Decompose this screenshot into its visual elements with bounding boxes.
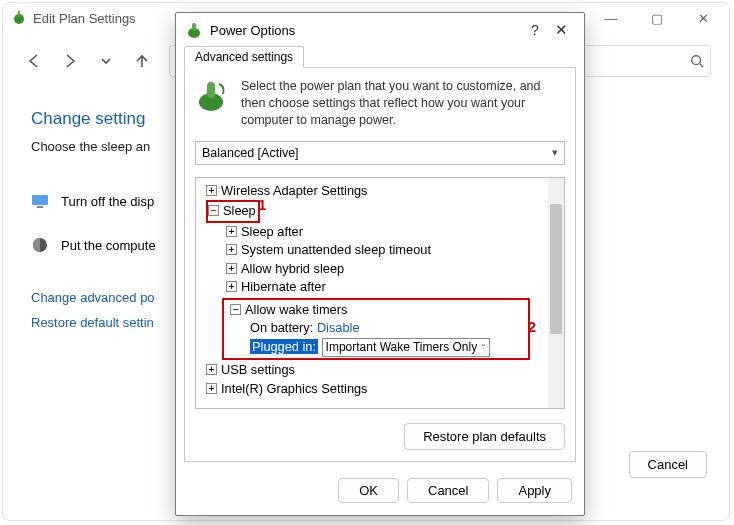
up-button[interactable]	[129, 48, 155, 74]
svg-rect-9	[192, 23, 196, 31]
expand-icon[interactable]: +	[226, 244, 237, 255]
wake-timers-plugged-in[interactable]: Plugged in: Important Wake Timers Only˅	[226, 338, 526, 357]
wake-timers-on-battery[interactable]: On battery: Disable	[226, 319, 526, 338]
annotation-1: 1	[258, 196, 266, 213]
expand-icon[interactable]: +	[206, 383, 217, 394]
sleep-icon	[31, 236, 49, 254]
dialog-titlebar: Power Options ? ✕	[176, 13, 584, 47]
tree-hybrid-sleep[interactable]: +Allow hybrid sleep	[200, 260, 560, 279]
tree-usb-settings[interactable]: +USB settings	[200, 361, 560, 380]
turn-off-display-label: Turn off the disp	[61, 194, 154, 209]
back-button[interactable]	[21, 48, 47, 74]
chevron-down-icon: ▾	[552, 146, 558, 159]
dialog-close-button[interactable]: ✕	[548, 21, 574, 39]
collapse-icon[interactable]: −	[230, 304, 241, 315]
search-icon[interactable]	[690, 54, 704, 68]
parent-window-controls: — ▢ ✕	[597, 11, 717, 26]
expand-icon[interactable]: +	[206, 185, 217, 196]
tab-strip: Advanced settings	[176, 45, 584, 67]
tree-wireless[interactable]: +Wireless Adapter Settings	[200, 182, 560, 201]
forward-button[interactable]	[57, 48, 83, 74]
restore-plan-defaults-button[interactable]: Restore plan defaults	[404, 423, 565, 450]
dialog-title: Power Options	[210, 23, 295, 38]
intro-text: Select the power plan that you want to c…	[241, 78, 565, 129]
on-battery-value[interactable]: Disable	[317, 320, 360, 335]
display-icon	[31, 192, 49, 210]
svg-rect-5	[32, 195, 48, 205]
ok-button[interactable]: OK	[338, 478, 399, 503]
plugged-in-value-combo[interactable]: Important Wake Timers Only˅	[322, 338, 491, 357]
dialog-footer: OK Cancel Apply	[176, 470, 584, 515]
tab-advanced-settings[interactable]: Advanced settings	[184, 46, 304, 68]
help-button[interactable]: ?	[522, 22, 548, 38]
chevron-down-icon: ˅	[477, 343, 486, 353]
expand-icon[interactable]: +	[226, 263, 237, 274]
parent-title: Edit Plan Settings	[33, 11, 136, 26]
tree-intel-graphics[interactable]: +Intel(R) Graphics Settings	[200, 380, 560, 399]
intro-row: Select the power plan that you want to c…	[195, 78, 565, 129]
battery-icon	[186, 21, 204, 39]
svg-rect-1	[18, 11, 20, 17]
dialog-cancel-button[interactable]: Cancel	[407, 478, 489, 503]
expand-icon[interactable]: +	[226, 226, 237, 237]
tree-sleep-after[interactable]: +Sleep after	[200, 223, 560, 242]
battery-leaf-icon	[195, 78, 231, 129]
collapse-icon[interactable]: −	[208, 205, 219, 216]
minimize-button[interactable]: —	[597, 11, 625, 26]
tree-unattended-sleep[interactable]: +System unattended sleep timeout	[200, 241, 560, 260]
expand-icon[interactable]: +	[206, 364, 217, 375]
annotation-2: 2	[528, 318, 536, 335]
tab-body: Select the power plan that you want to c…	[184, 67, 576, 462]
svg-rect-6	[37, 206, 43, 208]
power-plan-icon	[11, 10, 27, 26]
expand-icon[interactable]: +	[226, 281, 237, 292]
apply-button[interactable]: Apply	[497, 478, 572, 503]
settings-tree[interactable]: +Wireless Adapter Settings −Sleep +Sleep…	[195, 177, 565, 409]
power-plan-selected: Balanced [Active]	[202, 146, 299, 160]
plugged-in-label: Plugged in:	[250, 339, 318, 354]
tree-scrollbar[interactable]	[548, 178, 564, 408]
put-computer-sleep-label: Put the compute	[61, 238, 156, 253]
tree-allow-wake-timers[interactable]: −Allow wake timers	[226, 301, 526, 320]
power-options-dialog: Power Options ? ✕ Advanced settings Sele…	[175, 12, 585, 516]
parent-cancel-button[interactable]: Cancel	[629, 451, 707, 478]
tree-sleep[interactable]: −Sleep	[200, 200, 560, 223]
parent-footer: Cancel	[629, 451, 707, 478]
tree-hibernate-after[interactable]: +Hibernate after	[200, 278, 560, 297]
recent-locations-button[interactable]	[93, 48, 119, 74]
restore-row: Restore plan defaults	[195, 423, 565, 450]
svg-point-4	[692, 56, 701, 65]
power-plan-select[interactable]: Balanced [Active] ▾	[195, 141, 565, 165]
scrollbar-thumb[interactable]	[550, 204, 562, 334]
svg-rect-11	[207, 82, 215, 98]
maximize-button[interactable]: ▢	[643, 11, 671, 26]
close-button[interactable]: ✕	[689, 11, 717, 26]
